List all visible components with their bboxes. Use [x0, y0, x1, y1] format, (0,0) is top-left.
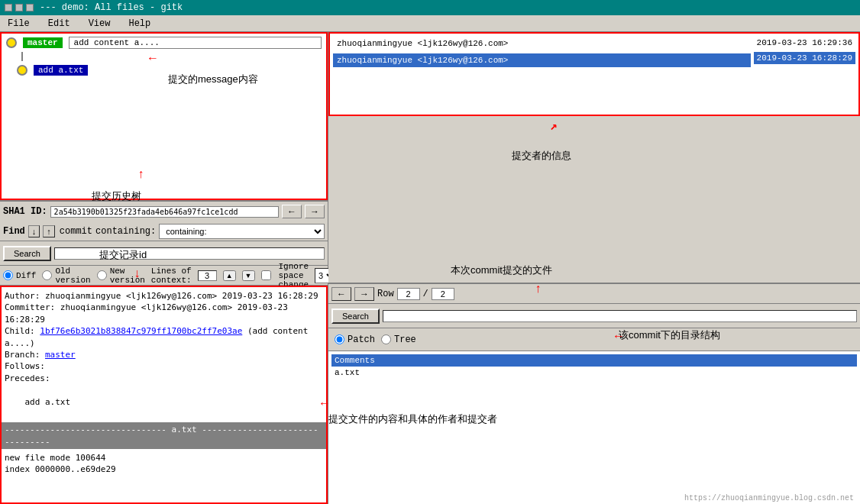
diff-line-4: Branch: master: [5, 349, 323, 360]
row-total-input[interactable]: [432, 288, 454, 300]
diff-options-bar: Diff Old version New version Lines of co…: [0, 266, 328, 286]
find-dropdown[interactable]: containing: touching paths: adding/remov…: [159, 224, 325, 239]
sha1-right-btn[interactable]: →: [305, 205, 325, 218]
diff-divider: -------------------------------- a.txt -…: [2, 422, 326, 449]
date-cell-1: 2019-03-23 16:29:36: [754, 37, 855, 49]
diff-line-3: Child: 1bf76e6b3021b838847c979ff1700bc2f…: [5, 325, 323, 349]
patch-tree-area: Patch Tree Comments a.txt: [328, 328, 860, 504]
row-label: Row: [377, 289, 394, 299]
diff-line-7: [5, 384, 323, 396]
date-cell-2: 2019-03-23 16:28:29: [754, 52, 855, 64]
file-item-comments[interactable]: Comments: [331, 354, 857, 367]
menu-bar: File Edit View Help: [0, 15, 860, 32]
find-containing-label: containing:: [95, 226, 156, 237]
sha1-bar: SHA1 ID: ← →: [0, 200, 328, 221]
commit-info-row-2: zhuoqianmingyue <ljk126wy@126.com>: [333, 53, 751, 67]
menu-help[interactable]: Help: [124, 17, 155, 31]
new-version-radio-group[interactable]: New version: [97, 267, 145, 285]
new-version-label: New version: [110, 267, 145, 285]
search-button[interactable]: Search: [3, 246, 51, 261]
branch-label: master: [23, 37, 63, 48]
commit-info-left: zhuoqianmingyue <ljk126wy@126.com> zhuoq…: [333, 37, 751, 111]
diff-line-8: add a.txt: [5, 396, 323, 408]
commit-tree-header: master add content a....: [2, 34, 326, 52]
commit-tree-area: master add content a.... add a.txt: [0, 32, 328, 200]
patch-radio-group[interactable]: Patch: [335, 334, 375, 345]
file-item-atxt[interactable]: a.txt: [331, 367, 857, 379]
row-bar: ← → Row /: [328, 283, 860, 304]
child-hash-link[interactable]: 1bf76e6b3021b838847c979ff1700bc2ff7e03ae: [40, 326, 242, 336]
files-list: Comments a.txt: [328, 351, 860, 504]
right-search-button[interactable]: Search: [331, 309, 380, 324]
title-text: --- demo: All files - gitk: [40, 2, 183, 13]
diff-radio-group[interactable]: Diff: [3, 270, 36, 280]
row-separator: /: [423, 289, 428, 299]
new-version-radio[interactable]: [97, 270, 107, 280]
diff-line-11: index 0000000..e69de29: [5, 464, 323, 475]
sha1-input[interactable]: [50, 206, 279, 218]
sha1-left-btn[interactable]: ←: [282, 205, 302, 218]
title-dot-1: [5, 4, 12, 11]
patch-label: Patch: [348, 334, 375, 345]
tree-radio-group[interactable]: Tree: [381, 334, 416, 345]
diff-line-5: Follows:: [5, 360, 323, 372]
diff-line-2: Committer: zhuoqianmingyue <ljk126wy@126…: [5, 302, 323, 325]
sha1-label: SHA1 ID:: [3, 206, 47, 217]
find-commit-label: commit: [60, 226, 92, 237]
find-down-btn[interactable]: ↓: [28, 225, 40, 237]
diff-line-10: new file mode 100644: [5, 452, 323, 464]
commit-info-dates: 2019-03-23 16:29:36 2019-03-23 16:28:29: [754, 37, 855, 111]
lines-down-btn[interactable]: ▼: [242, 270, 255, 281]
patch-radio[interactable]: [335, 334, 344, 344]
menu-file[interactable]: File: [3, 17, 34, 31]
tree-label: Tree: [394, 334, 416, 345]
find-label: Find: [3, 226, 25, 237]
right-spacer: [328, 116, 860, 283]
lines-up-btn[interactable]: ▲: [223, 270, 236, 281]
commit-info-row-1: zhuoqianmingyue <ljk126wy@126.com>: [333, 37, 751, 50]
tree-radio[interactable]: [381, 334, 391, 344]
old-version-radio-group[interactable]: Old version: [42, 267, 90, 285]
diff-line-1: Author: zhuoqianmingyue <ljk126wy@126.co…: [5, 290, 323, 302]
right-search-input[interactable]: [383, 310, 857, 322]
commit-file-label: add a.txt: [34, 65, 88, 76]
diff-line-6: Precedes:: [5, 373, 323, 384]
diff-line-9: [5, 408, 323, 419]
row-left-btn[interactable]: ←: [331, 287, 351, 301]
find-up-btn[interactable]: ↑: [43, 225, 55, 237]
commit-info-area: zhuoqianmingyue <ljk126wy@126.com> zhuoq…: [328, 32, 860, 116]
title-bar: --- demo: All files - gitk: [0, 0, 860, 15]
patch-tree-tabs: Patch Tree: [328, 328, 860, 351]
old-version-label: Old version: [55, 267, 90, 285]
diff-content: Author: zhuoqianmingyue <ljk126wy@126.co…: [0, 286, 328, 504]
lines-context-input[interactable]: [198, 270, 217, 281]
commit-dot-1: [6, 37, 17, 48]
ignore-space-checkbox[interactable]: [261, 270, 271, 280]
menu-edit[interactable]: Edit: [44, 17, 75, 31]
commit-message-display: add content a....: [69, 37, 322, 49]
menu-view[interactable]: View: [84, 17, 115, 31]
branch-link[interactable]: master: [45, 350, 76, 360]
diff-label: Diff: [16, 271, 36, 280]
commit-tree-line: add a.txt: [17, 61, 326, 79]
diff-radio[interactable]: [3, 270, 13, 280]
row-right-btn[interactable]: →: [354, 287, 374, 301]
old-version-radio[interactable]: [42, 270, 52, 280]
title-dot-3: [26, 4, 34, 11]
lines-of-context-label: Lines of context:: [151, 267, 192, 285]
right-bottom: ← → Row / Search P: [328, 283, 860, 504]
title-dot-2: [15, 4, 23, 11]
commit-dot-2: [17, 65, 27, 76]
search-input[interactable]: [54, 247, 325, 260]
row-current-input[interactable]: [397, 288, 420, 300]
right-search-area: Search: [328, 304, 860, 328]
find-bar: Find ↓ ↑ commit containing: containing: …: [0, 221, 328, 241]
